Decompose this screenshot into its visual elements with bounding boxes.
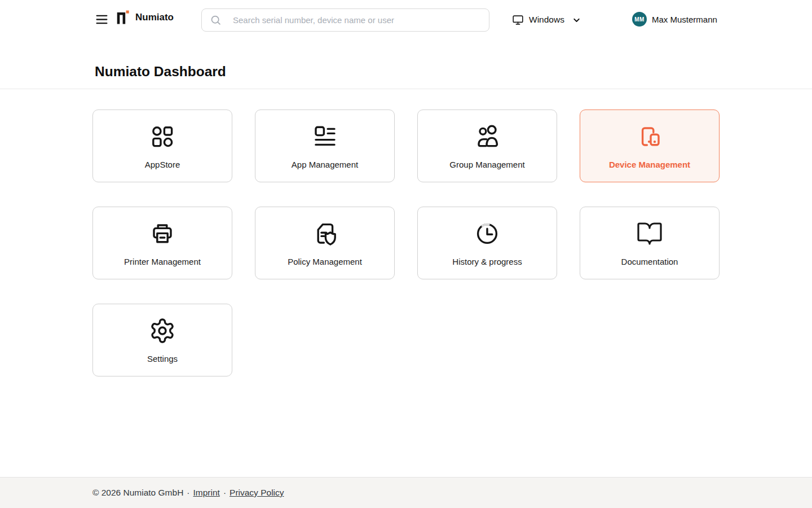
card-label: App Management	[292, 160, 358, 169]
card-label: History & progress	[452, 257, 522, 266]
copyright-text: © 2026 Numiato GmbH	[92, 488, 183, 498]
brand-name: Numiato	[135, 12, 174, 23]
page-title: Numiato Dashboard	[95, 64, 226, 80]
imprint-link[interactable]: Imprint	[193, 488, 220, 498]
platform-selector[interactable]: Windows	[512, 11, 581, 28]
dashboard-card[interactable]: Documentation	[580, 207, 720, 279]
book-open-icon	[636, 220, 663, 247]
dashboard-card[interactable]: Device Management	[580, 110, 720, 182]
user-name: Max Mustermann	[652, 15, 717, 24]
card-label: AppStore	[145, 160, 180, 169]
privacy-policy-link[interactable]: Privacy Policy	[230, 488, 284, 498]
card-label: Group Management	[449, 160, 524, 169]
group-users-icon	[474, 123, 501, 150]
card-label: Device Management	[609, 160, 690, 169]
chevron-down-icon	[572, 15, 581, 25]
footer-separator: ·	[223, 488, 226, 498]
card-label: Policy Management	[288, 257, 362, 266]
search-box	[201, 8, 489, 32]
hamburger-menu-icon	[95, 12, 109, 27]
clock-history-icon	[474, 220, 501, 247]
dashboard-main: AppStore App Management Group Management…	[0, 89, 812, 477]
menu-button[interactable]	[93, 11, 110, 28]
card-label: Printer Management	[124, 257, 201, 266]
brand-logo[interactable]: Numiato	[116, 10, 174, 24]
avatar: MM	[632, 12, 647, 27]
monitor-icon	[512, 14, 524, 26]
dashboard-card[interactable]: Group Management	[417, 110, 557, 182]
footer-separator: ·	[187, 488, 189, 498]
top-bar: Numiato Windows MM Max Mustermann Numiat…	[0, 0, 812, 89]
printer-icon	[149, 220, 176, 247]
appstore-grid-icon	[149, 123, 176, 150]
dashboard-card[interactable]: History & progress	[417, 207, 557, 279]
dashboard-card[interactable]: App Management	[255, 110, 395, 182]
devices-icon	[636, 123, 663, 150]
policy-shield-icon	[311, 220, 338, 247]
dashboard-card[interactable]: Settings	[92, 304, 232, 376]
user-menu[interactable]: MM Max Mustermann	[632, 11, 717, 27]
dashboard-card[interactable]: Printer Management	[92, 207, 232, 279]
platform-label: Windows	[529, 15, 564, 25]
card-label: Settings	[147, 354, 178, 364]
card-label: Documentation	[621, 257, 678, 266]
dashboard-card[interactable]: Policy Management	[255, 207, 395, 279]
numiato-logo-icon	[116, 10, 129, 24]
card-grid: AppStore App Management Group Management…	[92, 110, 720, 376]
footer: © 2026 Numiato GmbH · Imprint · Privacy …	[0, 477, 812, 508]
gear-icon	[149, 317, 176, 344]
search-input[interactable]	[201, 8, 489, 32]
dashboard-card[interactable]: AppStore	[92, 110, 232, 182]
app-list-icon	[311, 123, 338, 150]
